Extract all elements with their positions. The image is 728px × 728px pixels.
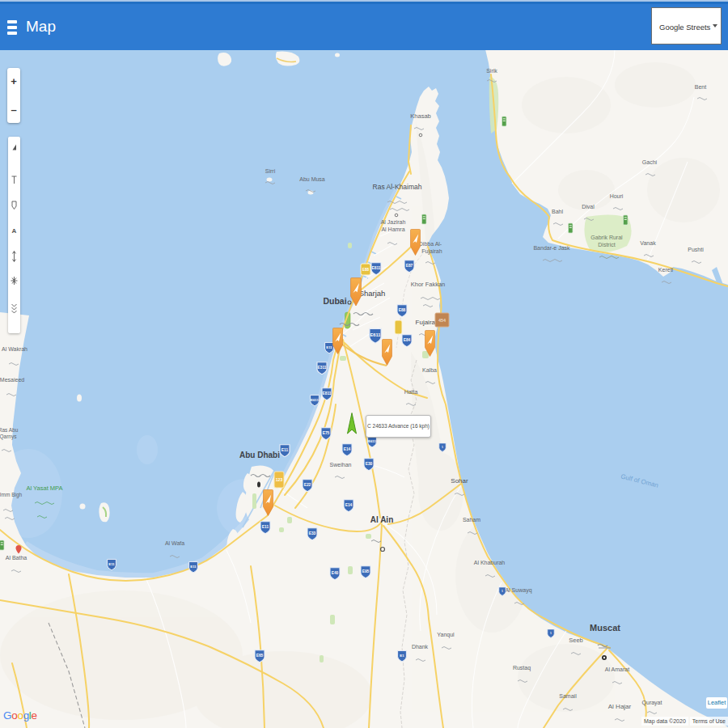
svg-text:E40: E40 [332,571,339,575]
svg-text:Khasab: Khasab [410,112,430,120]
svg-text:E88: E88 [399,308,406,312]
svg-text:1: 1 [442,446,443,449]
svg-text:1: 1 [502,590,503,593]
svg-text:E611: E611 [368,439,376,443]
svg-text:E611: E611 [311,398,319,402]
svg-text:E11: E11 [326,345,332,349]
svg-text:E33: E33 [309,531,316,535]
svg-text:Al Yasat MPA: Al Yasat MPA [26,485,62,492]
svg-text:Yanqul: Yanqul [437,632,455,638]
svg-text:Al Amarat: Al Amarat [605,667,629,672]
svg-text:Al Jazirah: Al Jazirah [381,219,406,225]
svg-text:Qarnys: Qarnys [0,434,17,440]
svg-text:E88: E88 [362,268,370,272]
svg-text:E14: E14 [345,503,353,507]
svg-text:Abu Dhabi: Abu Dhabi [239,451,280,459]
svg-text:454: 454 [438,318,447,323]
svg-text:E14: E14 [344,447,351,451]
svg-text:E611: E611 [370,332,381,337]
svg-text:Saham: Saham [463,517,480,523]
svg-text:A: A [12,227,17,235]
svg-text:E11: E11 [281,448,289,452]
svg-text:Al Hamra: Al Hamra [381,226,404,232]
svg-text:Qurayat: Qurayat [642,700,662,706]
svg-text:Al Hajar: Al Hajar [608,703,632,710]
svg-text:Al Wakrah: Al Wakrah [2,346,28,352]
svg-text:1: 1 [550,632,552,635]
svg-text:Bent: Bent [695,84,706,90]
svg-text:E11: E11 [262,525,269,529]
svg-text:Samail: Samail [559,693,577,699]
svg-text:Al Ain: Al Ain [370,515,394,524]
svg-text:E11: E11 [190,565,197,569]
svg-text:E811: E811 [372,266,381,270]
svg-text:Dival: Dival [582,204,595,210]
svg-text:Bahl: Bahl [552,209,563,214]
svg-text:Al Batha: Al Batha [6,555,28,561]
svg-text:123: 123 [276,477,283,482]
svg-text:Bandar-e Jask: Bandar-e Jask [533,245,570,251]
svg-text:Umm Bigh: Umm Bigh [0,492,23,498]
svg-text:E84: E84 [404,338,411,342]
svg-text:E30: E30 [366,462,373,466]
svg-text:Houri: Houri [610,193,624,199]
svg-text:Gachi: Gachi [642,159,658,165]
svg-text:Kereti: Kereti [658,267,674,273]
svg-text:Seeb: Seeb [569,637,583,644]
svg-text:Mesaieed: Mesaieed [0,377,24,383]
svg-text:Ras Abu: Ras Abu [0,427,19,433]
svg-text:E87: E87 [406,264,413,268]
svg-text:E11: E11 [108,562,115,566]
svg-text:District: District [598,242,615,248]
svg-text:Rustaq: Rustaq [513,665,531,671]
svg-text:E811: E811 [323,392,332,396]
svg-text:Sharjah: Sharjah [359,289,386,298]
svg-text:Al Suwayq: Al Suwayq [505,587,531,594]
svg-text:E22: E22 [304,483,311,487]
svg-text:Kalba: Kalba [422,367,437,373]
svg-text:Hatta: Hatta [404,389,418,395]
svg-text:Sirik: Sirik [486,68,497,74]
svg-text:E1: E1 [400,654,404,658]
svg-text:Dubai: Dubai [323,296,346,306]
svg-text:E65: E65 [256,654,264,658]
svg-text:Vanak: Vanak [640,240,656,246]
svg-text:Al Khaburah: Al Khaburah [474,560,506,565]
svg-text:E95: E95 [362,569,370,574]
svg-text:E75: E75 [323,431,330,435]
svg-text:Gabrik Rural: Gabrik Rural [590,235,623,240]
svg-text:Sirri: Sirri [265,168,276,174]
svg-text:Sohar: Sohar [451,477,468,485]
svg-text:Pushti: Pushti [688,247,704,252]
svg-text:Khor Fakkan: Khor Fakkan [411,281,446,288]
svg-text:Abu Musa: Abu Musa [299,176,325,182]
svg-text:Dhank: Dhank [412,644,429,650]
svg-text:E311: E311 [318,366,327,370]
svg-text:Dibba Al-: Dibba Al- [419,241,442,247]
svg-text:Sweihan: Sweihan [330,462,352,468]
svg-text:Muscat: Muscat [590,623,620,633]
svg-text:Ras Al-Khaimah: Ras Al-Khaimah [373,183,422,191]
svg-text:Al Wafa: Al Wafa [165,540,184,546]
svg-text:Fujairah: Fujairah [421,248,442,255]
